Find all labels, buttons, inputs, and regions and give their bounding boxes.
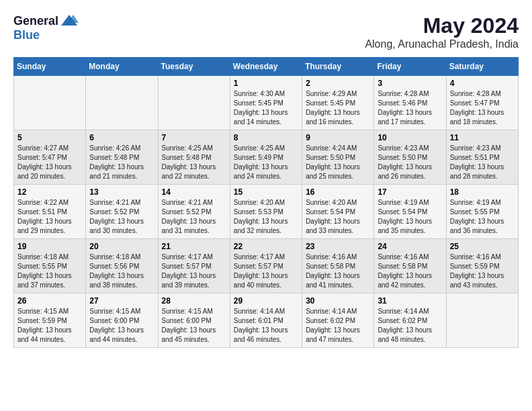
- day-number: 29: [234, 296, 298, 306]
- calendar-header-row: SundayMondayTuesdayWednesdayThursdayFrid…: [14, 58, 519, 76]
- calendar-day-header: Wednesday: [230, 58, 302, 76]
- day-info: Sunrise: 4:19 AMSunset: 5:55 PMDaylight:…: [450, 198, 515, 236]
- day-info: Sunrise: 4:21 AMSunset: 5:52 PMDaylight:…: [162, 198, 226, 236]
- day-info: Sunrise: 4:20 AMSunset: 5:54 PMDaylight:…: [306, 198, 370, 236]
- day-info: Sunrise: 4:15 AMSunset: 6:00 PMDaylight:…: [89, 307, 154, 345]
- calendar-day-header: Friday: [374, 58, 446, 76]
- location-title: Along, Arunachal Pradesh, India: [365, 38, 519, 50]
- day-number: 15: [234, 187, 298, 197]
- day-info: Sunrise: 4:19 AMSunset: 5:54 PMDaylight:…: [378, 198, 442, 236]
- day-number: 4: [450, 79, 515, 88]
- day-number: 16: [306, 187, 370, 197]
- calendar-cell: 23Sunrise: 4:16 AMSunset: 5:58 PMDayligh…: [302, 239, 374, 293]
- calendar-cell: 15Sunrise: 4:20 AMSunset: 5:53 PMDayligh…: [230, 185, 302, 239]
- day-number: 31: [378, 296, 442, 306]
- day-number: 22: [234, 242, 298, 251]
- day-info: Sunrise: 4:16 AMSunset: 5:59 PMDaylight:…: [450, 253, 515, 290]
- logo-general-text: General: [13, 14, 58, 28]
- calendar-cell: 27Sunrise: 4:15 AMSunset: 6:00 PMDayligh…: [86, 293, 158, 348]
- day-info: Sunrise: 4:15 AMSunset: 6:00 PMDaylight:…: [162, 307, 226, 345]
- calendar-day-header: Tuesday: [158, 58, 230, 76]
- calendar-day-header: Saturday: [446, 58, 518, 76]
- calendar-cell: 31Sunrise: 4:14 AMSunset: 6:02 PMDayligh…: [374, 293, 446, 348]
- day-number: 5: [17, 133, 82, 142]
- day-number: 28: [162, 296, 226, 306]
- day-number: 2: [306, 79, 370, 88]
- day-info: Sunrise: 4:23 AMSunset: 5:51 PMDaylight:…: [450, 144, 515, 181]
- day-number: 24: [378, 242, 442, 251]
- calendar-cell: 16Sunrise: 4:20 AMSunset: 5:54 PMDayligh…: [302, 185, 374, 239]
- day-number: 18: [450, 187, 515, 197]
- day-info: Sunrise: 4:17 AMSunset: 5:57 PMDaylight:…: [234, 253, 298, 290]
- calendar-cell: 5Sunrise: 4:27 AMSunset: 5:47 PMDaylight…: [14, 130, 86, 185]
- day-number: 14: [162, 187, 226, 197]
- day-number: 1: [234, 79, 298, 88]
- calendar-day-header: Thursday: [302, 58, 374, 76]
- day-info: Sunrise: 4:15 AMSunset: 5:59 PMDaylight:…: [17, 307, 82, 345]
- day-info: Sunrise: 4:18 AMSunset: 5:56 PMDaylight:…: [89, 253, 154, 290]
- calendar-cell: 13Sunrise: 4:21 AMSunset: 5:52 PMDayligh…: [86, 185, 158, 239]
- calendar-cell: 2Sunrise: 4:29 AMSunset: 5:45 PMDaylight…: [302, 76, 374, 130]
- day-number: 13: [89, 187, 154, 197]
- calendar-cell: 4Sunrise: 4:28 AMSunset: 5:47 PMDaylight…: [446, 76, 518, 130]
- calendar-cell: [14, 76, 86, 130]
- calendar-cell: 14Sunrise: 4:21 AMSunset: 5:52 PMDayligh…: [158, 185, 230, 239]
- logo: General Blue: [13, 13, 79, 42]
- calendar-week-row: 12Sunrise: 4:22 AMSunset: 5:51 PMDayligh…: [14, 185, 519, 239]
- month-title: May 2024: [365, 13, 519, 38]
- day-info: Sunrise: 4:27 AMSunset: 5:47 PMDaylight:…: [17, 144, 82, 181]
- day-info: Sunrise: 4:20 AMSunset: 5:53 PMDaylight:…: [234, 198, 298, 236]
- day-number: 11: [450, 133, 515, 142]
- day-info: Sunrise: 4:25 AMSunset: 5:49 PMDaylight:…: [234, 144, 298, 181]
- page-header: General Blue May 2024 Along, Arunachal P…: [13, 13, 519, 50]
- calendar-cell: 12Sunrise: 4:22 AMSunset: 5:51 PMDayligh…: [14, 185, 86, 239]
- calendar-cell: 11Sunrise: 4:23 AMSunset: 5:51 PMDayligh…: [446, 130, 518, 185]
- day-info: Sunrise: 4:22 AMSunset: 5:51 PMDaylight:…: [17, 198, 82, 236]
- calendar-cell: [86, 76, 158, 130]
- calendar-cell: 3Sunrise: 4:28 AMSunset: 5:46 PMDaylight…: [374, 76, 446, 130]
- day-number: 17: [378, 187, 442, 197]
- day-info: Sunrise: 4:18 AMSunset: 5:55 PMDaylight:…: [17, 253, 82, 290]
- calendar-cell: 1Sunrise: 4:30 AMSunset: 5:45 PMDaylight…: [230, 76, 302, 130]
- calendar-cell: 25Sunrise: 4:16 AMSunset: 5:59 PMDayligh…: [446, 239, 518, 293]
- calendar-day-header: Monday: [86, 58, 158, 76]
- calendar-day-header: Sunday: [14, 58, 86, 76]
- logo-icon: [60, 13, 79, 28]
- day-info: Sunrise: 4:24 AMSunset: 5:50 PMDaylight:…: [306, 144, 370, 181]
- day-info: Sunrise: 4:28 AMSunset: 5:46 PMDaylight:…: [378, 89, 442, 127]
- day-info: Sunrise: 4:14 AMSunset: 6:02 PMDaylight:…: [378, 307, 442, 345]
- logo-blue-text: Blue: [13, 28, 40, 42]
- day-info: Sunrise: 4:23 AMSunset: 5:50 PMDaylight:…: [378, 144, 442, 181]
- day-info: Sunrise: 4:21 AMSunset: 5:52 PMDaylight:…: [89, 198, 154, 236]
- title-section: May 2024 Along, Arunachal Pradesh, India: [365, 13, 519, 50]
- calendar-cell: 28Sunrise: 4:15 AMSunset: 6:00 PMDayligh…: [158, 293, 230, 348]
- day-info: Sunrise: 4:17 AMSunset: 5:57 PMDaylight:…: [162, 253, 226, 290]
- calendar-cell: 22Sunrise: 4:17 AMSunset: 5:57 PMDayligh…: [230, 239, 302, 293]
- day-number: 19: [17, 242, 82, 251]
- calendar-cell: 9Sunrise: 4:24 AMSunset: 5:50 PMDaylight…: [302, 130, 374, 185]
- calendar-cell: 24Sunrise: 4:16 AMSunset: 5:58 PMDayligh…: [374, 239, 446, 293]
- calendar-cell: 18Sunrise: 4:19 AMSunset: 5:55 PMDayligh…: [446, 185, 518, 239]
- day-number: 8: [234, 133, 298, 142]
- calendar-cell: 6Sunrise: 4:26 AMSunset: 5:48 PMDaylight…: [86, 130, 158, 185]
- day-info: Sunrise: 4:16 AMSunset: 5:58 PMDaylight:…: [378, 253, 442, 290]
- day-info: Sunrise: 4:25 AMSunset: 5:48 PMDaylight:…: [162, 144, 226, 181]
- calendar-cell: 8Sunrise: 4:25 AMSunset: 5:49 PMDaylight…: [230, 130, 302, 185]
- day-number: 27: [89, 296, 154, 306]
- day-info: Sunrise: 4:28 AMSunset: 5:47 PMDaylight:…: [450, 89, 515, 127]
- day-number: 12: [17, 187, 82, 197]
- day-number: 6: [89, 133, 154, 142]
- day-info: Sunrise: 4:14 AMSunset: 6:02 PMDaylight:…: [306, 307, 370, 345]
- calendar-week-row: 19Sunrise: 4:18 AMSunset: 5:55 PMDayligh…: [14, 239, 519, 293]
- calendar-cell: 21Sunrise: 4:17 AMSunset: 5:57 PMDayligh…: [158, 239, 230, 293]
- day-number: 21: [162, 242, 226, 251]
- calendar-cell: [446, 293, 518, 348]
- calendar-cell: 30Sunrise: 4:14 AMSunset: 6:02 PMDayligh…: [302, 293, 374, 348]
- day-number: 30: [306, 296, 370, 306]
- day-number: 20: [89, 242, 154, 251]
- calendar-cell: [158, 76, 230, 130]
- day-number: 3: [378, 79, 442, 88]
- calendar-cell: 10Sunrise: 4:23 AMSunset: 5:50 PMDayligh…: [374, 130, 446, 185]
- calendar-cell: 26Sunrise: 4:15 AMSunset: 5:59 PMDayligh…: [14, 293, 86, 348]
- day-info: Sunrise: 4:16 AMSunset: 5:58 PMDaylight:…: [306, 253, 370, 290]
